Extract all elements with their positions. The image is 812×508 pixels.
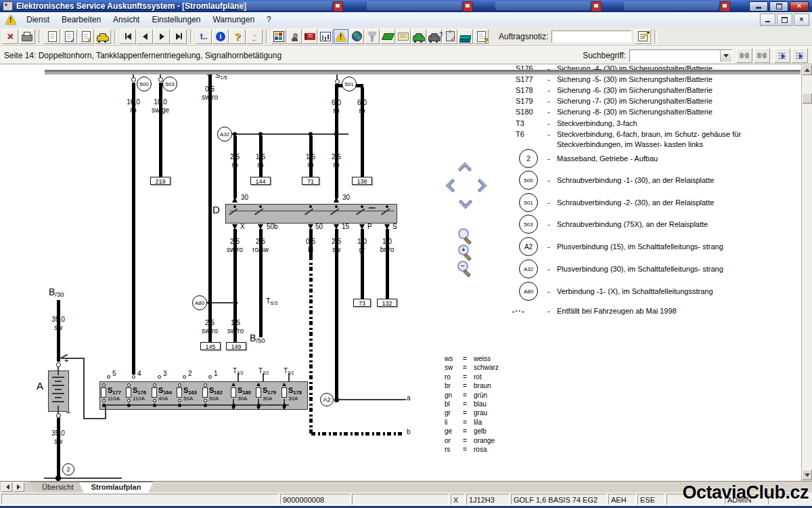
- print-button[interactable]: [19, 29, 35, 44]
- fuse-s178: [281, 387, 287, 398]
- wire-label: b: [407, 428, 411, 436]
- tab-scroll-left-button[interactable]: [1, 482, 12, 492]
- warnings-button[interactable]: [334, 29, 348, 44]
- suchbegriff-input[interactable]: [631, 51, 721, 62]
- minimize-button[interactable]: [749, 1, 768, 12]
- filter-button[interactable]: [365, 29, 380, 44]
- tab-stromlaufplan[interactable]: Stromlaufplan: [78, 482, 153, 493]
- append-list-button[interactable]: [792, 48, 808, 63]
- tab-scroll-right-button[interactable]: [14, 482, 24, 492]
- goto-page-button[interactable]: t..: [196, 29, 212, 44]
- menu-item-warnungen[interactable]: Warnungen: [206, 14, 261, 26]
- menu-item-bearbeiten[interactable]: Bearbeiten: [55, 14, 107, 26]
- wire-label: A: [37, 382, 43, 389]
- map-icon: [398, 33, 409, 41]
- manual-book-button[interactable]: [302, 29, 317, 44]
- user-button[interactable]: [287, 29, 302, 44]
- info-button[interactable]: i: [212, 29, 229, 44]
- junction-dot: [335, 205, 338, 208]
- zoom-out-icon[interactable]: −: [457, 261, 468, 272]
- document-check-button[interactable]: ✓: [61, 29, 77, 44]
- close-button[interactable]: ✕: [790, 1, 809, 12]
- legend-symbol-501: 501: [519, 193, 538, 212]
- last-page-button[interactable]: [171, 29, 187, 44]
- wire-label: 5: [112, 370, 116, 377]
- vehicle-select-button[interactable]: [95, 29, 111, 44]
- exit-button[interactable]: ✕: [2, 29, 18, 44]
- menu-items: DienstBearbeitenAnsichtEinstellungenWarn…: [20, 14, 277, 26]
- menu-item-help[interactable]: ?: [261, 14, 277, 26]
- wire-label: ro: [308, 161, 314, 169]
- junction-dot: [208, 301, 212, 305]
- fuse-contact: [127, 399, 131, 402]
- window-layout-button[interactable]: [271, 29, 286, 44]
- wire-label: 35,0: [51, 429, 64, 437]
- legend-dash: -: [547, 130, 550, 138]
- books-icon: [460, 35, 471, 39]
- previous-page-button[interactable]: [137, 29, 153, 44]
- dashed-wire: [311, 432, 404, 436]
- connection-circle-501: 501: [342, 77, 357, 91]
- vehicle-history-button[interactable]: [411, 29, 426, 44]
- vehicle-info-button[interactable]: ?: [427, 29, 442, 44]
- next-page-button[interactable]: [154, 29, 170, 44]
- fuse-name: S163: [183, 387, 197, 395]
- wiring-diagram-canvas[interactable]: 16,0ro10,0sw/ge0,5sw/ro6,0ro6,0ro2,5ro1,…: [0, 64, 812, 481]
- document-new-note-button[interactable]: ✶: [78, 29, 94, 44]
- suchbegriff-combobox[interactable]: [629, 49, 732, 62]
- status-cell: AEH: [608, 494, 636, 505]
- eraser-button[interactable]: [380, 29, 395, 44]
- pan-left-icon[interactable]: [445, 179, 459, 192]
- help-button[interactable]: ?: [229, 29, 246, 44]
- color-name: weiss: [474, 355, 491, 362]
- search-next-button[interactable]: [736, 48, 752, 63]
- wire-label: P: [367, 223, 372, 230]
- checklist-button[interactable]: ✓: [443, 29, 457, 44]
- color-name: gelb: [474, 427, 487, 435]
- mdi-minimize-button[interactable]: [760, 14, 775, 26]
- search-previous-button[interactable]: [754, 48, 770, 63]
- swap-view-button[interactable]: →←: [246, 29, 263, 44]
- web-button[interactable]: [349, 29, 364, 44]
- tab-uebersicht[interactable]: Übersicht: [30, 482, 85, 493]
- maximize-button[interactable]: [769, 1, 788, 12]
- wire-label: gr: [359, 246, 365, 253]
- zoom-in-icon[interactable]: +: [458, 245, 469, 255]
- status-cell: [352, 494, 449, 505]
- pan-up-icon[interactable]: [458, 162, 472, 175]
- scroll-down-button[interactable]: [802, 469, 812, 480]
- terminal-box-132: 132: [377, 299, 397, 307]
- wire-label: ro: [131, 106, 137, 114]
- status-cell: GOLF 1,6 BASIS 74 EG2: [511, 494, 607, 505]
- mdi-restore-button[interactable]: [777, 14, 792, 26]
- color-name: rosa: [474, 446, 487, 453]
- menu-item-dienst[interactable]: Dienst: [20, 14, 55, 26]
- status-cell: X: [451, 494, 465, 505]
- order-note-button[interactable]: [635, 29, 651, 44]
- pan-down-icon[interactable]: [459, 196, 472, 209]
- pan-right-icon[interactable]: [474, 179, 487, 192]
- junction-dot: [258, 132, 263, 136]
- combobox-dropdown-button[interactable]: [720, 50, 731, 62]
- zoom-tool-icon[interactable]: [458, 228, 469, 239]
- wire-label: 4: [137, 370, 141, 377]
- menu-item-einstellungen[interactable]: Einstellungen: [145, 14, 206, 26]
- junction-dot: [309, 205, 312, 208]
- menu-item-ansicht[interactable]: Ansicht: [107, 14, 145, 26]
- mdi-close-button[interactable]: ×: [794, 14, 809, 26]
- wire-label: sw/ro: [202, 327, 218, 335]
- application-window: Elektronisches Service Auskunftssystem -…: [0, 0, 812, 508]
- wire-label-sub: 3/3: [237, 371, 243, 375]
- terminal-box-71: 71: [302, 177, 319, 185]
- color-code: ws: [445, 355, 453, 362]
- chevron-down-icon: [723, 54, 729, 60]
- first-page-button[interactable]: [120, 29, 136, 44]
- document-help-button[interactable]: ?: [474, 29, 489, 44]
- auftragsnotiz-input[interactable]: [551, 30, 631, 43]
- new-document-button[interactable]: [44, 29, 60, 44]
- swap-arrows-icon: →←: [251, 32, 258, 41]
- library-button[interactable]: [458, 29, 473, 44]
- map-button[interactable]: [396, 29, 411, 44]
- insert-list-button[interactable]: [774, 48, 790, 63]
- report-window-button[interactable]: [318, 29, 333, 44]
